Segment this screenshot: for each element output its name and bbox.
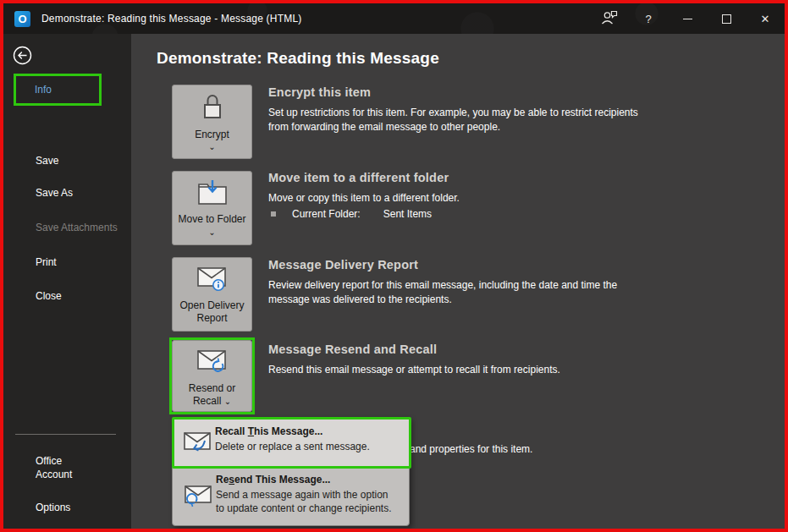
menu-item-desc: Send a message again with the option to …	[216, 488, 391, 515]
section-desc-delivery: Review delivery report for this email me…	[268, 278, 617, 307]
current-folder-label: Current Folder:	[292, 208, 361, 220]
sidebar-item-save-attachments: Save Attachments	[36, 222, 118, 233]
move-to-folder-button-label: Move to Folder ⌄	[174, 213, 251, 239]
minimize-icon	[683, 19, 692, 19]
current-folder-value: Sent Items	[383, 208, 432, 220]
move-to-folder-button[interactable]: Move to Folder ⌄	[172, 171, 252, 245]
chevron-down-icon: ⌄	[208, 228, 215, 237]
section-title-move: Move item to a different folder	[268, 171, 449, 184]
outlook-app-icon: O	[14, 11, 30, 27]
person-icon	[601, 10, 618, 27]
section-title-resend: Message Resend and Recall	[268, 343, 437, 356]
sidebar-item-options[interactable]: Options	[36, 502, 70, 513]
envelope-refresh-icon	[196, 348, 229, 379]
sidebar-item-label: Info	[35, 84, 52, 96]
bullet-icon	[271, 211, 276, 217]
encrypt-button-label: Encrypt	[174, 129, 251, 141]
section-desc-resend: Resend this email message or attempt to …	[268, 363, 560, 377]
info-pane: Demonstrate: Reading this Message Encryp…	[131, 34, 785, 529]
menu-item-title: Resend This Message...	[216, 474, 330, 485]
maximize-button[interactable]	[707, 3, 746, 34]
title-bar: O Demonstrate: Reading this Message - Me…	[3, 3, 785, 34]
sidebar-item-office-account[interactable]: Office Account	[36, 454, 95, 481]
chevron-down-icon: ⌄	[224, 397, 231, 406]
open-delivery-report-button[interactable]: Open Delivery Report	[172, 257, 252, 332]
window-title: Demonstrate: Reading this Message - Mess…	[41, 13, 301, 25]
resend-or-recall-button[interactable]: Resend or Recall ⌄	[172, 340, 252, 412]
envelope-info-icon	[196, 266, 229, 296]
folder-move-icon	[196, 179, 229, 210]
close-button[interactable]: ✕	[746, 3, 785, 34]
section-desc-encrypt: Set up restrictions for this item. For e…	[268, 106, 638, 134]
lock-icon	[200, 93, 225, 125]
sidebar-divider	[15, 434, 116, 435]
menu-item-desc: Delete or replace a sent message.	[215, 440, 370, 453]
sidebar-item-save-as[interactable]: Save As	[36, 187, 73, 199]
maximize-icon	[722, 14, 731, 24]
sidebar-item-print[interactable]: Print	[36, 256, 57, 268]
recall-message-icon	[182, 431, 214, 463]
sidebar-item-info[interactable]: Info	[14, 74, 102, 106]
properties-desc-partial: and properties for this item.	[410, 443, 532, 455]
open-delivery-report-button-label: Open Delivery Report	[174, 299, 251, 325]
sidebar-item-save[interactable]: Save	[36, 155, 58, 167]
menu-item-recall-this-message[interactable]: Recall This Message... Delete or replace…	[172, 417, 411, 469]
section-desc-move: Move or copy this item to a different fo…	[268, 191, 460, 206]
outlook-backstage-window: O Demonstrate: Reading this Message - Me…	[0, 0, 788, 532]
minimize-button[interactable]	[668, 3, 707, 34]
resend-message-icon	[183, 484, 215, 516]
resend-or-recall-button-label: Resend or Recall ⌄	[174, 382, 251, 408]
help-button[interactable]: ?	[629, 3, 668, 34]
chevron-down-icon: ⌄	[208, 142, 215, 151]
contacts-button[interactable]	[590, 3, 629, 34]
back-button[interactable]	[13, 46, 32, 69]
section-title-encrypt: Encrypt this item	[268, 85, 371, 99]
back-arrow-icon	[13, 46, 32, 65]
current-folder-row: Current Folder: Sent Items	[271, 208, 432, 220]
encrypt-button[interactable]: Encrypt ⌄	[172, 85, 252, 159]
backstage-sidebar: Info Save Save As Save Attachments Print…	[3, 34, 131, 529]
sidebar-item-close[interactable]: Close	[36, 290, 62, 302]
highlight-box-resend-or-recall: Resend or Recall ⌄	[169, 337, 255, 414]
page-title: Demonstrate: Reading this Message	[157, 49, 439, 68]
menu-item-title: Recall This Message...	[215, 425, 322, 437]
window-controls: ? ✕	[590, 3, 785, 34]
section-title-delivery: Message Delivery Report	[268, 258, 418, 271]
resend-recall-dropdown-menu: Recall This Message... Delete or replace…	[172, 417, 410, 526]
